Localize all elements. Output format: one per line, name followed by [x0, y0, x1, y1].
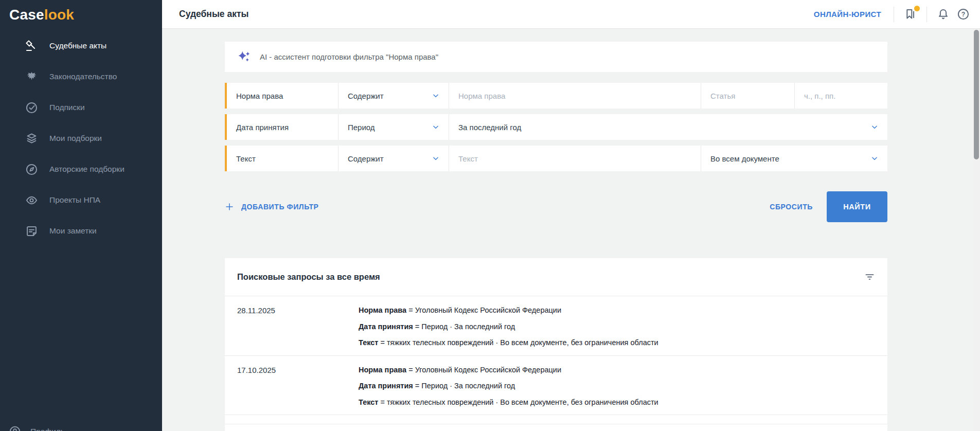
help-icon: ?	[956, 7, 970, 21]
sidebar-nav: Судебные акты Законодательство Подписки …	[0, 30, 162, 246]
filter-name: Норма права	[227, 83, 338, 109]
sidebar-item-label: Законодательство	[49, 72, 117, 81]
sparkles-icon	[236, 49, 252, 65]
page-title: Судебные акты	[179, 9, 248, 20]
period-value: За последний год	[458, 123, 521, 132]
filter-actions: ДОБАВИТЬ ФИЛЬТР СБРОСИТЬ НАЙТИ	[225, 191, 887, 222]
sidebar-item-label: Авторские подборки	[49, 165, 124, 174]
filter-operator-dropdown[interactable]: Содержит	[338, 146, 449, 171]
top-header: Судебные акты ОНЛАЙН-ЮРИСТ ?	[162, 0, 980, 29]
notification-badge	[914, 6, 920, 11]
filter-row-norm: Норма права Содержит	[225, 83, 887, 109]
filter-operator-dropdown[interactable]: Содержит	[338, 83, 449, 109]
caselook-logo[interactable]: Caselook	[0, 0, 162, 23]
article-input-cell	[701, 83, 795, 109]
sidebar-item-label: Подписки	[49, 103, 85, 112]
bookmarks-button[interactable]	[900, 7, 920, 21]
profile-icon	[8, 425, 22, 431]
search-button[interactable]: НАЙТИ	[827, 191, 887, 222]
filter-row-date: Дата принятия Период За последний год	[225, 114, 887, 140]
vertical-scrollbar[interactable]	[973, 29, 980, 431]
compass-icon	[25, 163, 39, 176]
period-select[interactable]: За последний год	[449, 114, 887, 140]
sidebar-item-profile[interactable]: Профиль	[8, 425, 65, 431]
filter-list-icon[interactable]	[864, 272, 875, 282]
entry-line: Текст = тяжких телесных повреждений · Во…	[359, 335, 658, 351]
entry-line: Дата принятия = Период · За последний го…	[359, 378, 658, 394]
sidebar-item-author-collections[interactable]: Авторские подборки	[0, 154, 162, 185]
sidebar-item-label: Мои заметки	[49, 226, 97, 236]
header-actions: ОНЛАЙН-ЮРИСТ ?	[814, 7, 973, 22]
filter-operator-value: Содержит	[348, 92, 384, 100]
filter-name: Текст	[227, 146, 338, 171]
filter-operator-dropdown[interactable]: Период	[338, 114, 449, 140]
history-entry-partial[interactable]	[225, 415, 887, 424]
help-button[interactable]: ?	[953, 7, 973, 21]
filter-operator-value: Содержит	[348, 154, 384, 163]
text-input[interactable]	[458, 154, 691, 163]
article-input[interactable]	[710, 92, 785, 100]
sidebar-item-npa-projects[interactable]: Проекты НПА	[0, 185, 162, 215]
entry-line: Норма права = Уголовный Кодекс Российско…	[359, 362, 658, 379]
eye-icon	[25, 193, 39, 207]
sidebar-item-subscriptions[interactable]: Подписки	[0, 92, 162, 123]
main-area: AI - ассистент подготовки фильтра "Норма…	[162, 29, 980, 431]
history-title: Поисковые запросы за все время	[237, 272, 380, 282]
norm-input-cell	[449, 83, 701, 109]
sidebar-item-legislation[interactable]: Законодательство	[0, 61, 162, 92]
add-filter-label: ДОБАВИТЬ ФИЛЬТР	[241, 203, 319, 211]
search-history-panel: Поисковые запросы за все время 28.11.202…	[225, 258, 887, 431]
notes-icon	[25, 224, 39, 238]
sidebar-item-label: Проекты НПА	[49, 195, 100, 205]
chevron-down-icon	[432, 155, 439, 162]
content-column: AI - ассистент подготовки фильтра "Норма…	[225, 42, 887, 431]
chevron-down-icon	[871, 155, 878, 162]
logo-part-look: look	[44, 7, 74, 23]
logo-part-case: Case	[9, 7, 44, 23]
reset-button[interactable]: СБРОСИТЬ	[770, 203, 813, 211]
history-panel-tail	[225, 424, 887, 431]
sidebar-item-label: Судебные акты	[49, 41, 106, 50]
sidebar: Caselook Судебные акты Законодательство …	[0, 0, 162, 431]
header-divider	[894, 7, 894, 22]
scrollbar-thumb[interactable]	[974, 30, 979, 159]
ai-assistant-banner[interactable]: AI - ассистент подготовки фильтра "Норма…	[225, 42, 887, 72]
svg-text:?: ?	[961, 11, 966, 18]
add-filter-button[interactable]: ДОБАВИТЬ ФИЛЬТР	[225, 202, 319, 211]
chevron-down-icon	[432, 92, 439, 99]
sidebar-item-label: Профиль	[30, 425, 65, 431]
ai-banner-label: AI - ассистент подготовки фильтра "Норма…	[260, 52, 438, 61]
part-input[interactable]	[804, 92, 878, 100]
plus-icon	[225, 202, 234, 211]
online-lawyer-link[interactable]: ОНЛАЙН-ЮРИСТ	[814, 10, 881, 19]
sidebar-item-my-collections[interactable]: Мои подборки	[0, 123, 162, 154]
history-header: Поисковые запросы за все время	[225, 258, 887, 296]
sidebar-item-label: Мои подборки	[49, 134, 102, 143]
gavel-icon	[25, 39, 39, 53]
header-divider	[926, 7, 927, 22]
norm-input[interactable]	[458, 92, 691, 100]
entry-date: 17.10.2025	[237, 362, 359, 411]
check-circle-icon	[25, 101, 39, 115]
chevron-down-icon	[432, 123, 439, 131]
entry-date: 28.11.2025	[237, 302, 359, 351]
scope-value: Во всем документе	[710, 154, 779, 163]
scope-select[interactable]: Во всем документе	[701, 146, 887, 171]
chevron-down-icon	[871, 123, 878, 131]
eagle-icon	[25, 70, 39, 84]
history-entry[interactable]: 17.10.2025 Норма права = Уголовный Кодек…	[225, 356, 887, 416]
text-input-cell	[449, 146, 701, 171]
filter-operator-value: Период	[348, 123, 375, 132]
entry-line: Норма права = Уголовный Кодекс Российско…	[359, 302, 658, 319]
sidebar-item-my-notes[interactable]: Мои заметки	[0, 215, 162, 246]
history-entry[interactable]: 28.11.2025 Норма права = Уголовный Кодек…	[225, 296, 887, 356]
filter-name: Дата принятия	[227, 114, 338, 140]
filter-row-text: Текст Содержит Во всем документе	[225, 146, 887, 171]
entry-line: Текст = тяжких телесных повреждений · Во…	[359, 394, 658, 411]
bell-icon	[936, 7, 950, 21]
notifications-button[interactable]	[933, 7, 953, 21]
layers-icon	[25, 132, 39, 146]
entry-lines: Норма права = Уголовный Кодекс Российско…	[359, 302, 658, 351]
sidebar-item-court-acts[interactable]: Судебные акты	[0, 30, 162, 61]
part-input-cell	[795, 83, 887, 109]
